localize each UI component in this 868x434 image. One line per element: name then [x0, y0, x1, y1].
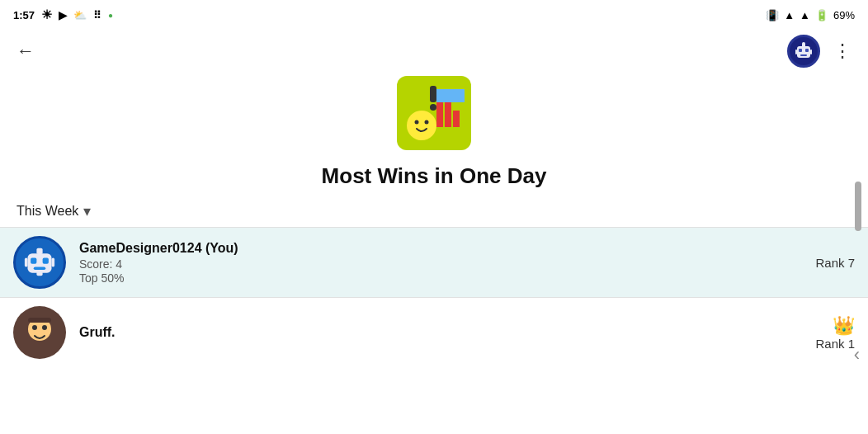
current-player-score: Score: 4 — [79, 257, 789, 271]
top-nav: ← ⋮ — [0, 30, 868, 73]
svg-point-6 — [802, 42, 805, 45]
svg-rect-13 — [430, 86, 436, 102]
svg-point-30 — [32, 325, 37, 330]
svg-rect-2 — [799, 49, 802, 52]
dot-icon: ● — [108, 11, 113, 20]
svg-rect-4 — [800, 54, 807, 56]
svg-point-31 — [42, 325, 47, 330]
current-player-info: GameDesigner0124 (You) Score: 4 Top 50% — [79, 241, 789, 285]
filter-row: This Week ▾ — [0, 197, 868, 227]
youtube-icon: ▶ — [59, 9, 67, 21]
dropdown-arrow-icon[interactable]: ▾ — [83, 202, 91, 220]
svg-rect-7 — [795, 50, 797, 54]
current-player-avatar — [13, 236, 66, 289]
user-avatar[interactable] — [787, 35, 820, 68]
current-player-percentile: Top 50% — [79, 271, 789, 285]
svg-rect-15 — [436, 102, 443, 127]
svg-rect-21 — [31, 258, 36, 264]
svg-rect-23 — [34, 267, 46, 270]
other-player-rank-area: 👑 Rank 1 — [789, 315, 855, 351]
brightness-icon: ☀ — [41, 7, 52, 22]
status-bar: 1:57 ☀ ▶ ⛅ ⠿ ● 📳 ▲ ▲ 🔋 69% — [0, 0, 868, 30]
wifi-icon: ▲ — [784, 9, 795, 21]
svg-point-10 — [407, 111, 436, 140]
scrollbar[interactable] — [855, 182, 861, 231]
svg-rect-3 — [805, 49, 809, 52]
current-player-name: GameDesigner0124 (You) — [79, 241, 789, 256]
status-time: 1:57 — [13, 9, 35, 21]
vibrate-icon: 📳 — [766, 9, 779, 21]
svg-rect-27 — [36, 271, 42, 276]
current-player-rank-area: Rank 7 — [789, 256, 855, 270]
svg-rect-24 — [36, 248, 42, 254]
signal-icon: ▲ — [800, 9, 810, 21]
achievement-title: Most Wins in One Day — [0, 163, 868, 189]
other-player-rank: Rank 1 — [789, 337, 855, 351]
svg-rect-18 — [436, 89, 465, 102]
svg-rect-26 — [52, 258, 55, 267]
svg-point-14 — [430, 104, 436, 111]
filter-label[interactable]: This Week — [17, 204, 78, 219]
svg-rect-17 — [453, 111, 460, 127]
svg-rect-25 — [25, 258, 28, 267]
back-button[interactable]: ← — [13, 37, 38, 65]
svg-rect-8 — [810, 50, 812, 54]
leaderboard-row-current: GameDesigner0124 (You) Score: 4 Top 50% … — [0, 228, 868, 297]
svg-rect-22 — [43, 258, 49, 264]
more-options-button[interactable]: ⋮ — [830, 37, 855, 65]
other-player-info: Gruff. — [79, 325, 789, 340]
svg-point-12 — [425, 120, 429, 125]
battery-pct: 69% — [833, 9, 855, 21]
game-icon-area — [0, 76, 868, 150]
current-player-rank: Rank 7 — [815, 256, 855, 270]
svg-rect-32 — [28, 318, 51, 323]
dots-icon: ⠿ — [93, 9, 101, 21]
crown-icon: 👑 — [833, 315, 855, 336]
other-player-avatar — [13, 306, 66, 359]
leaderboard-row-other: Gruff. 👑 Rank 1 — [0, 298, 868, 367]
battery-icon: 🔋 — [815, 9, 828, 21]
chevron-right-icon[interactable]: ‹ — [854, 344, 860, 366]
game-icon — [397, 76, 471, 150]
svg-point-11 — [415, 120, 419, 125]
other-player-name: Gruff. — [79, 325, 789, 340]
cloud-icon: ⛅ — [73, 9, 87, 21]
